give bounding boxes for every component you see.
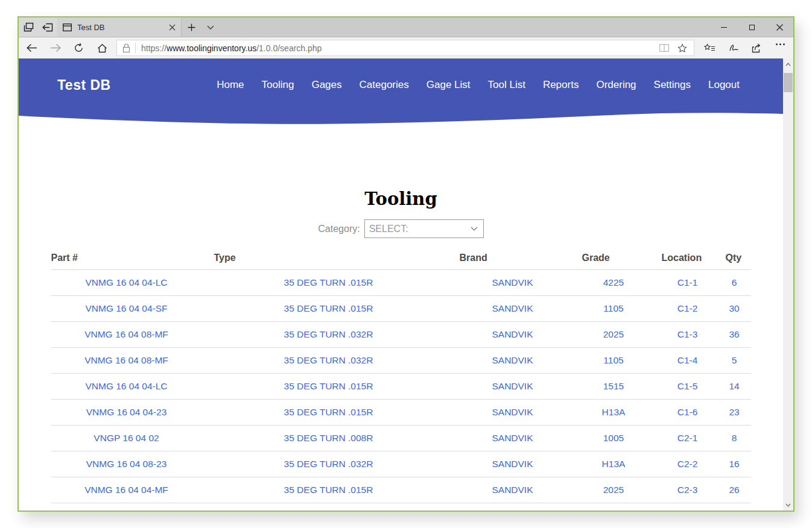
cell-part[interactable]: VNGP 16 04 02 bbox=[51, 426, 202, 451]
cell-grade[interactable]: 1105 bbox=[570, 296, 658, 322]
cell-brand[interactable]: SANDVIK bbox=[455, 400, 570, 426]
cell-type[interactable]: 35 DEG TURN .008R bbox=[202, 426, 455, 451]
favorite-star-button[interactable] bbox=[673, 40, 691, 55]
cell-grade[interactable]: 1515 bbox=[570, 374, 658, 400]
minimize-button[interactable] bbox=[710, 17, 738, 37]
table-row[interactable]: VNGP 16 04 02 35 DEG TURN .008R SANDVIK … bbox=[51, 426, 751, 451]
cell-location[interactable]: C1-4 bbox=[658, 348, 718, 374]
table-row[interactable]: VNMG 16 04 04-MF 35 DEG TURN .015R SANDV… bbox=[51, 477, 751, 503]
nav-item[interactable]: Logout bbox=[708, 79, 740, 91]
reading-view-button[interactable] bbox=[655, 40, 673, 55]
cell-brand[interactable]: SANDVIK bbox=[455, 374, 570, 400]
restore-tabs-button[interactable] bbox=[38, 17, 57, 37]
cell-location[interactable]: C1-5 bbox=[658, 374, 718, 400]
cell-brand[interactable]: SANDVIK bbox=[455, 348, 570, 374]
table-row[interactable]: VNMG 16 04 04-LC 35 DEG TURN .015R SANDV… bbox=[51, 374, 751, 400]
cell-grade[interactable]: 2025 bbox=[570, 322, 658, 348]
cell-location[interactable]: C1-2 bbox=[658, 296, 718, 322]
cell-part[interactable]: VNMG 16 04 04-SF bbox=[51, 296, 202, 322]
address-bar[interactable]: https://www.toolinginventory.us/1.0.0/se… bbox=[116, 40, 694, 56]
cell-location[interactable]: C2-3 bbox=[658, 477, 718, 503]
cell-part[interactable]: VNMG 16 04 04-LC bbox=[51, 270, 202, 296]
annotate-pen-icon bbox=[728, 43, 739, 52]
vertical-scrollbar[interactable] bbox=[783, 58, 793, 511]
cell-location[interactable]: C1-6 bbox=[658, 400, 718, 426]
cell-part[interactable]: VNMG 16 04 04-LC bbox=[51, 374, 202, 400]
close-window-button[interactable] bbox=[766, 17, 793, 37]
forward-button[interactable] bbox=[43, 37, 67, 58]
cell-part[interactable]: VNMG 16 04 08-23 bbox=[51, 451, 202, 477]
cell-location[interactable]: C1-3 bbox=[658, 322, 718, 348]
hub-button[interactable] bbox=[698, 43, 722, 53]
nav-item[interactable]: Settings bbox=[654, 79, 691, 91]
tab-list-button[interactable] bbox=[201, 17, 220, 37]
cell-grade[interactable]: 1105 bbox=[570, 348, 658, 374]
table-row[interactable]: VNMG 16 04 04-LC 35 DEG TURN .015R SANDV… bbox=[51, 270, 751, 296]
annotate-pen-button[interactable] bbox=[722, 43, 745, 52]
cell-qty[interactable]: 23 bbox=[718, 400, 751, 426]
cell-part[interactable]: VNMG 16 04 04-23 bbox=[51, 400, 202, 426]
refresh-button[interactable] bbox=[67, 37, 90, 58]
table-row[interactable]: VNMG 16 04 04-23 35 DEG TURN .015R SANDV… bbox=[51, 400, 751, 426]
cell-type[interactable]: 35 DEG TURN .015R bbox=[202, 374, 455, 400]
cell-brand[interactable]: SANDVIK bbox=[455, 477, 570, 503]
cell-qty[interactable]: 14 bbox=[718, 374, 751, 400]
scroll-down-button[interactable] bbox=[783, 500, 793, 510]
cell-location[interactable]: C1-1 bbox=[658, 270, 718, 296]
category-select[interactable]: SELECT: bbox=[364, 219, 484, 238]
cell-grade[interactable]: 1005 bbox=[570, 426, 658, 451]
cell-type[interactable]: 35 DEG TURN .032R bbox=[202, 348, 455, 374]
nav-item[interactable]: Tooling bbox=[262, 79, 294, 91]
cell-qty[interactable]: 16 bbox=[718, 451, 751, 477]
cell-qty[interactable]: 30 bbox=[718, 296, 751, 322]
cell-brand[interactable]: SANDVIK bbox=[455, 296, 570, 322]
nav-item[interactable]: Tool List bbox=[488, 79, 525, 91]
share-button[interactable] bbox=[745, 43, 769, 53]
nav-item[interactable]: Gage List bbox=[427, 79, 471, 91]
scrollbar-thumb[interactable] bbox=[784, 73, 793, 92]
cell-part[interactable]: VNMG 16 04 08-MF bbox=[51, 322, 202, 348]
cell-qty[interactable]: 8 bbox=[718, 426, 751, 451]
cell-qty[interactable]: 5 bbox=[718, 348, 751, 374]
set-aside-tabs-icon bbox=[24, 22, 34, 32]
set-aside-tabs-button[interactable] bbox=[19, 17, 38, 37]
maximize-button[interactable] bbox=[738, 17, 766, 37]
cell-brand[interactable]: SANDVIK bbox=[455, 322, 570, 348]
cell-location[interactable]: C2-1 bbox=[658, 426, 718, 451]
nav-item[interactable]: Reports bbox=[543, 79, 579, 91]
cell-type[interactable]: 35 DEG TURN .015R bbox=[202, 400, 455, 426]
browser-tab[interactable]: Test DB bbox=[57, 17, 182, 37]
cell-brand[interactable]: SANDVIK bbox=[455, 451, 570, 477]
close-tab-icon[interactable] bbox=[169, 24, 176, 31]
cell-brand[interactable]: SANDVIK bbox=[455, 270, 570, 296]
cell-grade[interactable]: H13A bbox=[570, 400, 658, 426]
cell-grade[interactable]: 2025 bbox=[570, 477, 658, 503]
cell-grade[interactable]: H13A bbox=[570, 451, 658, 477]
cell-location[interactable]: C2-2 bbox=[658, 451, 718, 477]
back-button[interactable] bbox=[20, 37, 43, 58]
cell-part[interactable]: VNMG 16 04 08-MF bbox=[51, 348, 202, 374]
cell-qty[interactable]: 26 bbox=[718, 477, 751, 503]
nav-item[interactable]: Home bbox=[217, 79, 244, 91]
cell-brand[interactable]: SANDVIK bbox=[455, 426, 570, 451]
nav-item[interactable]: Ordering bbox=[596, 79, 636, 91]
cell-qty[interactable]: 6 bbox=[718, 270, 751, 296]
more-options-button[interactable] bbox=[769, 43, 792, 45]
cell-qty[interactable]: 36 bbox=[718, 322, 751, 348]
cell-type[interactable]: 35 DEG TURN .015R bbox=[202, 296, 455, 322]
cell-grade[interactable]: 4225 bbox=[570, 270, 658, 296]
cell-type[interactable]: 35 DEG TURN .032R bbox=[202, 322, 455, 348]
table-row[interactable]: VNMG 16 04 08-MF 35 DEG TURN .032R SANDV… bbox=[51, 322, 751, 348]
new-tab-button[interactable] bbox=[182, 17, 201, 37]
nav-item[interactable]: Categories bbox=[360, 79, 409, 91]
scroll-up-button[interactable] bbox=[783, 59, 793, 69]
cell-part[interactable]: VNMG 16 04 04-MF bbox=[51, 477, 202, 503]
cell-type[interactable]: 35 DEG TURN .032R bbox=[202, 451, 455, 477]
cell-type[interactable]: 35 DEG TURN .015R bbox=[202, 477, 455, 503]
nav-item[interactable]: Gages bbox=[311, 79, 341, 91]
table-row[interactable]: VNMG 16 04 08-MF 35 DEG TURN .032R SANDV… bbox=[51, 348, 751, 374]
table-row[interactable]: VNMG 16 04 08-23 35 DEG TURN .032R SANDV… bbox=[51, 451, 751, 477]
home-button[interactable] bbox=[90, 37, 114, 58]
cell-type[interactable]: 35 DEG TURN .015R bbox=[202, 270, 455, 296]
table-row[interactable]: VNMG 16 04 04-SF 35 DEG TURN .015R SANDV… bbox=[51, 296, 751, 322]
